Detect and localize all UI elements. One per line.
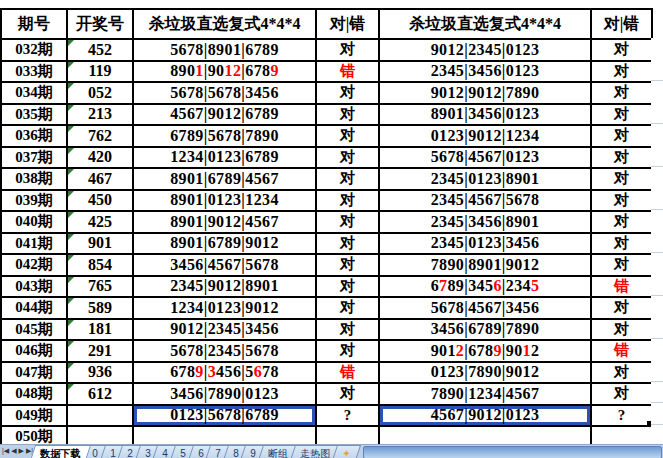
result-cell-1[interactable]: 对 — [316, 340, 379, 362]
col-header-kill1[interactable]: 杀垃圾直选复式4*4*4 — [133, 9, 316, 39]
result-cell-1[interactable]: 对 — [316, 147, 379, 169]
period-cell[interactable]: 032期 — [1, 39, 67, 61]
kill-combo-cell-2[interactable]: 2345|4567|5678 — [379, 190, 591, 212]
result-cell-2[interactable]: 对 — [591, 211, 652, 233]
draw-number-cell[interactable]: 589 — [67, 297, 133, 319]
draw-number-cell[interactable]: 052 — [67, 82, 133, 104]
result-cell-2[interactable]: 对 — [591, 297, 652, 319]
period-cell[interactable]: 046期 — [1, 340, 67, 362]
result-cell-2[interactable]: 对 — [591, 254, 652, 276]
result-cell-2[interactable]: 对 — [591, 233, 652, 255]
result-cell-2[interactable]: 对 — [591, 319, 652, 341]
period-cell[interactable]: 044期 — [1, 297, 67, 319]
draw-number-cell[interactable]: 450 — [67, 190, 133, 212]
result-cell-2[interactable]: 对 — [591, 190, 652, 212]
result-cell-1[interactable]: 对 — [316, 168, 379, 190]
result-cell-1[interactable]: 对 — [316, 190, 379, 212]
tab-nav-prev-icon[interactable]: ◀ — [11, 446, 16, 456]
tab-nav-next-icon[interactable]: ▶ — [19, 446, 24, 456]
kill-combo-cell-1[interactable]: 6789|5678|7890 — [133, 125, 316, 147]
kill-combo-cell-2[interactable]: 2345|3456|0123 — [379, 61, 591, 83]
result-cell-2[interactable]: 对 — [591, 168, 652, 190]
kill-combo-cell-2[interactable]: 6789|3456|2345 — [379, 276, 591, 298]
tab-nav-first-icon[interactable]: |◀ — [2, 446, 9, 456]
col-header-result1[interactable]: 对|错 — [316, 9, 379, 39]
insert-sheet-tab-icon[interactable]: ✦ — [331, 445, 362, 458]
draw-number-cell[interactable]: 936 — [67, 362, 133, 384]
kill-combo-cell-1[interactable]: 1234|0123|6789 — [133, 147, 316, 169]
period-cell[interactable]: 049期 — [1, 405, 67, 427]
draw-number-cell[interactable]: 452 — [67, 39, 133, 61]
draw-number-cell[interactable]: 291 — [67, 340, 133, 362]
result-cell-2[interactable]: 对 — [591, 125, 652, 147]
result-cell-2[interactable]: 对 — [591, 104, 652, 126]
kill-combo-cell-2[interactable]: 0123|9012|1234 — [379, 125, 591, 147]
period-cell[interactable]: 036期 — [1, 125, 67, 147]
period-cell[interactable]: 039期 — [1, 190, 67, 212]
draw-number-cell[interactable]: 119 — [67, 61, 133, 83]
kill-combo-cell-1[interactable]: 5678|2345|5678 — [133, 340, 316, 362]
result-cell-2[interactable]: 对 — [591, 362, 652, 384]
kill-combo-cell-1[interactable]: 8901|0123|1234 — [133, 190, 316, 212]
kill-combo-cell-1[interactable]: 8901|6789|9012 — [133, 233, 316, 255]
kill-combo-cell-2[interactable]: 7890|8901|9012 — [379, 254, 591, 276]
kill-combo-cell-2[interactable]: 9012|9012|7890 — [379, 82, 591, 104]
horizontal-scrollbar[interactable] — [363, 446, 662, 458]
result-cell-2[interactable]: 对 — [591, 82, 652, 104]
result-cell-1[interactable]: 对 — [316, 211, 379, 233]
period-cell[interactable]: 037期 — [1, 147, 67, 169]
col-header-period[interactable]: 期号 — [1, 9, 67, 39]
kill-combo-cell-1[interactable]: 0123|5678|6789 — [133, 405, 316, 427]
result-cell-2[interactable]: 对 — [591, 61, 652, 83]
draw-number-cell[interactable] — [67, 405, 133, 427]
kill-combo-cell-2[interactable]: 2345|3456|8901 — [379, 211, 591, 233]
period-cell[interactable]: 034期 — [1, 82, 67, 104]
draw-number-cell[interactable]: 181 — [67, 319, 133, 341]
period-cell[interactable]: 041期 — [1, 233, 67, 255]
result-cell-2[interactable]: ? — [591, 405, 652, 427]
kill-combo-cell-1[interactable]: 5678|8901|6789 — [133, 39, 316, 61]
kill-combo-cell-2[interactable]: 3456|6789|7890 — [379, 319, 591, 341]
kill-combo-cell-1[interactable]: 6789|3456|5678 — [133, 362, 316, 384]
period-cell[interactable]: 042期 — [1, 254, 67, 276]
period-cell[interactable]: 038期 — [1, 168, 67, 190]
result-cell-2[interactable]: 错 — [591, 276, 652, 298]
col-header-result2[interactable]: 对|错 — [591, 9, 652, 39]
draw-number-cell[interactable]: 425 — [67, 211, 133, 233]
period-cell[interactable]: 033期 — [1, 61, 67, 83]
kill-combo-cell-1[interactable]: 8901|9012|4567 — [133, 211, 316, 233]
result-cell-1[interactable]: 错 — [316, 61, 379, 83]
result-cell-1[interactable]: 对 — [316, 319, 379, 341]
result-cell-1[interactable]: 对 — [316, 254, 379, 276]
result-cell-2[interactable]: 错 — [591, 340, 652, 362]
draw-number-cell[interactable]: 612 — [67, 383, 133, 405]
kill-combo-cell-1[interactable]: 3456|7890|0123 — [133, 383, 316, 405]
result-cell-1[interactable]: 对 — [316, 233, 379, 255]
kill-combo-cell-1[interactable]: 1234|0123|9012 — [133, 297, 316, 319]
draw-number-cell[interactable]: 420 — [67, 147, 133, 169]
result-cell-1[interactable]: 对 — [316, 82, 379, 104]
draw-number-cell[interactable]: 765 — [67, 276, 133, 298]
kill-combo-cell-1[interactable]: 9012|2345|3456 — [133, 319, 316, 341]
period-cell[interactable]: 047期 — [1, 362, 67, 384]
kill-combo-cell-1[interactable]: 8901|9012|6789 — [133, 61, 316, 83]
kill-combo-cell-2[interactable]: 2345|0123|8901 — [379, 168, 591, 190]
result-cell-1[interactable]: 对 — [316, 125, 379, 147]
kill-combo-cell-2[interactable]: 8901|3456|0123 — [379, 104, 591, 126]
period-cell[interactable]: 040期 — [1, 211, 67, 233]
draw-number-cell[interactable]: 213 — [67, 104, 133, 126]
result-cell-2[interactable]: 对 — [591, 39, 652, 61]
result-cell-1[interactable]: 对 — [316, 39, 379, 61]
kill-combo-cell-2[interactable]: 9012|2345|0123 — [379, 39, 591, 61]
result-cell-1[interactable]: ? — [316, 405, 379, 427]
result-cell-2[interactable]: 对 — [591, 383, 652, 405]
result-cell-1[interactable]: 对 — [316, 383, 379, 405]
kill-combo-cell-1[interactable]: 4567|9012|6789 — [133, 104, 316, 126]
col-header-draw[interactable]: 开奖号 — [67, 9, 133, 39]
col-header-kill2[interactable]: 杀垃圾直选复式4*4*4 — [379, 9, 591, 39]
kill-combo-cell-1[interactable]: 3456|4567|5678 — [133, 254, 316, 276]
kill-combo-cell-2[interactable]: 5678|4567|3456 — [379, 297, 591, 319]
kill-combo-cell-2[interactable]: 0123|7890|9012 — [379, 362, 591, 384]
result-cell-1[interactable]: 对 — [316, 104, 379, 126]
result-cell-2[interactable]: 对 — [591, 147, 652, 169]
